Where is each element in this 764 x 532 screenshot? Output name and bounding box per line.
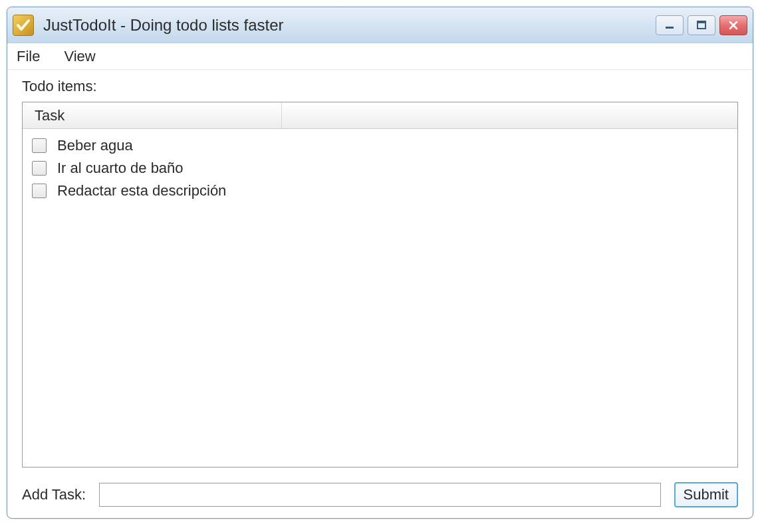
task-checkbox[interactable] — [32, 184, 47, 198]
app-icon — [13, 15, 34, 36]
menu-file[interactable]: File — [14, 45, 43, 68]
svg-rect-2 — [698, 21, 705, 23]
maximize-button[interactable] — [688, 15, 715, 35]
titlebar[interactable]: JustTodoIt - Doing todo lists faster — [7, 7, 753, 43]
window-controls — [656, 15, 747, 35]
task-label: Ir al cuarto de baño — [57, 160, 184, 177]
list-rows: Beber agua Ir al cuarto de baño Redactar… — [23, 129, 737, 207]
svg-rect-0 — [666, 27, 674, 29]
list-item[interactable]: Beber agua — [23, 134, 737, 157]
add-task-label: Add Task: — [22, 486, 86, 503]
task-checkbox[interactable] — [32, 138, 47, 153]
submit-button[interactable]: Submit — [674, 482, 738, 507]
app-window: JustTodoIt - Doing todo lists faster — [7, 7, 753, 519]
todo-list: Task Beber agua Ir al cuarto de baño Red… — [22, 102, 738, 467]
task-label: Beber agua — [57, 137, 133, 154]
task-label: Redactar esta descripción — [57, 182, 226, 200]
checkmark-icon — [15, 17, 31, 33]
content-area: Todo items: Task Beber agua Ir al cuarto… — [7, 70, 753, 518]
close-icon — [728, 21, 739, 30]
maximize-icon — [696, 21, 707, 30]
window-title: JustTodoIt - Doing todo lists faster — [43, 16, 656, 35]
minimize-icon — [664, 21, 675, 30]
add-task-input[interactable] — [99, 483, 660, 507]
list-header: Task — [23, 102, 737, 129]
column-header-task[interactable]: Task — [23, 102, 282, 128]
todo-items-label: Todo items: — [22, 78, 738, 95]
minimize-button[interactable] — [656, 15, 684, 35]
list-item[interactable]: Redactar esta descripción — [23, 180, 737, 202]
menubar: File View — [7, 43, 753, 70]
task-checkbox[interactable] — [32, 161, 47, 176]
close-button[interactable] — [719, 15, 747, 35]
list-item[interactable]: Ir al cuarto de baño — [23, 157, 737, 180]
add-task-row: Add Task: Submit — [22, 482, 738, 507]
menu-view[interactable]: View — [61, 45, 98, 68]
